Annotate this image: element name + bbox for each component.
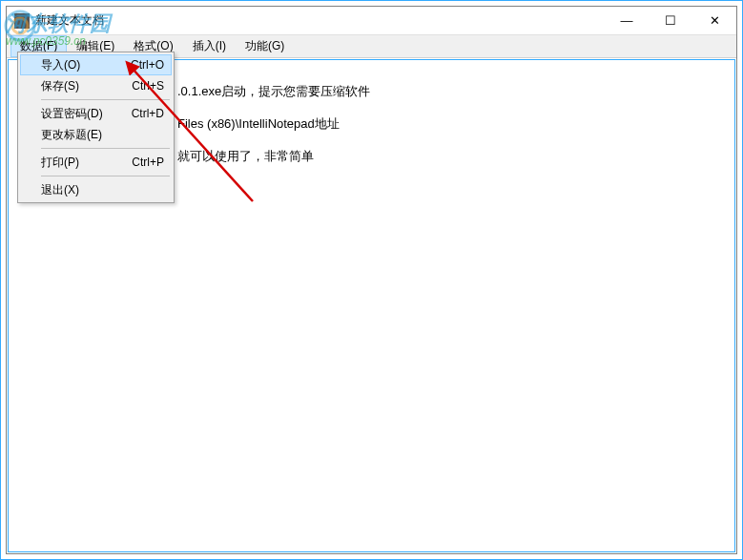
- menu-print[interactable]: 打印(P) Ctrl+P: [20, 152, 172, 173]
- menu-function[interactable]: 功能(G): [236, 35, 294, 57]
- menu-item-label: 设置密码(D): [41, 106, 113, 122]
- menu-item-label: 导入(O): [41, 57, 112, 73]
- menu-separator: [41, 99, 170, 100]
- menu-item-label: 退出(X): [41, 182, 145, 198]
- menu-exit[interactable]: 退出(X): [20, 179, 172, 200]
- menu-separator: [41, 176, 170, 176]
- maximize-button[interactable]: ☐: [649, 7, 692, 35]
- app-icon: [14, 13, 30, 29]
- menu-insert[interactable]: 插入(I): [183, 35, 236, 57]
- menu-item-label: 打印(P): [41, 155, 113, 171]
- minimize-button[interactable]: —: [605, 7, 649, 35]
- menu-import[interactable]: 导入(O) Ctrl+O: [20, 54, 172, 75]
- menu-item-shortcut: Ctrl+D: [132, 107, 164, 120]
- menu-item-label: 更改标题(E): [41, 127, 145, 143]
- editor-line: Files (x86)\IntelliNotepad地址: [177, 114, 370, 134]
- dropdown-menu: 导入(O) Ctrl+O 保存(S) Ctrl+S 设置密码(D) Ctrl+D…: [17, 52, 175, 203]
- menu-change-title[interactable]: 更改标题(E): [20, 124, 172, 145]
- window-controls: — ☐ ✕: [605, 7, 736, 35]
- editor-line: 就可以使用了，非常简单: [177, 147, 370, 166]
- menu-item-shortcut: Ctrl+O: [131, 58, 164, 72]
- editor-line: .0.1.exe启动，提示您需要压缩软件: [177, 82, 370, 101]
- window-title: 新建文本文档: [35, 12, 605, 29]
- menu-set-password[interactable]: 设置密码(D) Ctrl+D: [20, 103, 172, 124]
- menu-item-shortcut: Ctrl+S: [132, 79, 164, 93]
- close-button[interactable]: ✕: [692, 7, 736, 35]
- menu-separator: [41, 148, 170, 149]
- menu-save[interactable]: 保存(S) Ctrl+S: [20, 75, 172, 96]
- menu-item-shortcut: Ctrl+P: [132, 156, 164, 169]
- titlebar: 新建文本文档 — ☐ ✕: [7, 7, 736, 35]
- menu-item-label: 保存(S): [41, 78, 113, 94]
- editor-text: .0.1.exe启动，提示您需要压缩软件 Files (x86)\Intelli…: [177, 82, 370, 179]
